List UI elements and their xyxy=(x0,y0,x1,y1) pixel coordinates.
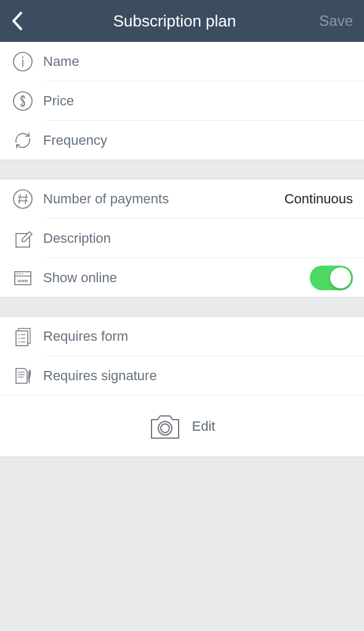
frequency-row[interactable]: Frequency xyxy=(0,121,364,160)
show-online-label: Show online xyxy=(43,270,310,286)
svg-point-21 xyxy=(18,338,20,339)
page-title: Subscription plan xyxy=(33,12,316,31)
svg-point-14 xyxy=(19,273,20,274)
dollar-icon xyxy=(12,91,43,112)
edit-note-icon xyxy=(12,228,43,249)
description-label: Description xyxy=(43,230,353,246)
svg-point-23 xyxy=(18,341,20,343)
requires-signature-label: Requires signature xyxy=(43,368,353,384)
refresh-icon xyxy=(12,130,43,151)
edit-row[interactable]: Edit xyxy=(0,395,364,457)
svg-text:www: www xyxy=(17,279,28,283)
number-payments-label: Number of payments xyxy=(43,191,285,207)
price-row[interactable]: Price xyxy=(0,81,364,120)
camera-icon xyxy=(149,412,181,441)
frequency-label: Frequency xyxy=(43,132,353,149)
show-online-toggle[interactable] xyxy=(310,266,353,290)
signature-icon xyxy=(12,365,43,387)
back-button[interactable] xyxy=(11,10,33,32)
svg-point-5 xyxy=(14,190,32,208)
chevron-left-icon xyxy=(11,10,23,31)
info-icon xyxy=(12,51,43,72)
save-button[interactable]: Save xyxy=(316,12,353,30)
svg-line-7 xyxy=(25,194,26,204)
number-payments-row[interactable]: Number of payments Continuous xyxy=(0,179,364,218)
edit-label: Edit xyxy=(192,418,216,434)
svg-point-1 xyxy=(22,56,23,57)
price-label: Price xyxy=(43,93,353,109)
section-basic: Name Price Frequency xyxy=(0,42,364,160)
number-payments-value: Continuous xyxy=(285,191,353,207)
svg-point-13 xyxy=(17,273,18,274)
description-row[interactable]: Description xyxy=(0,219,364,258)
name-label: Name xyxy=(43,54,353,70)
svg-line-6 xyxy=(19,194,20,204)
section-details: Number of payments Continuous Descriptio… xyxy=(0,179,364,298)
svg-point-19 xyxy=(18,334,20,335)
header: Subscription plan Save xyxy=(0,0,364,42)
form-icon xyxy=(12,326,43,347)
svg-point-29 xyxy=(161,424,169,433)
section-requires: Requires form Requires signature Edit xyxy=(0,316,364,457)
requires-form-label: Requires form xyxy=(43,328,353,344)
name-row[interactable]: Name xyxy=(0,42,364,81)
requires-form-row[interactable]: Requires form xyxy=(0,317,364,356)
browser-icon: www xyxy=(12,267,43,288)
show-online-row: www Show online xyxy=(0,258,364,297)
requires-signature-row[interactable]: Requires signature xyxy=(0,356,364,395)
svg-point-15 xyxy=(22,273,23,274)
hash-icon xyxy=(12,189,43,210)
